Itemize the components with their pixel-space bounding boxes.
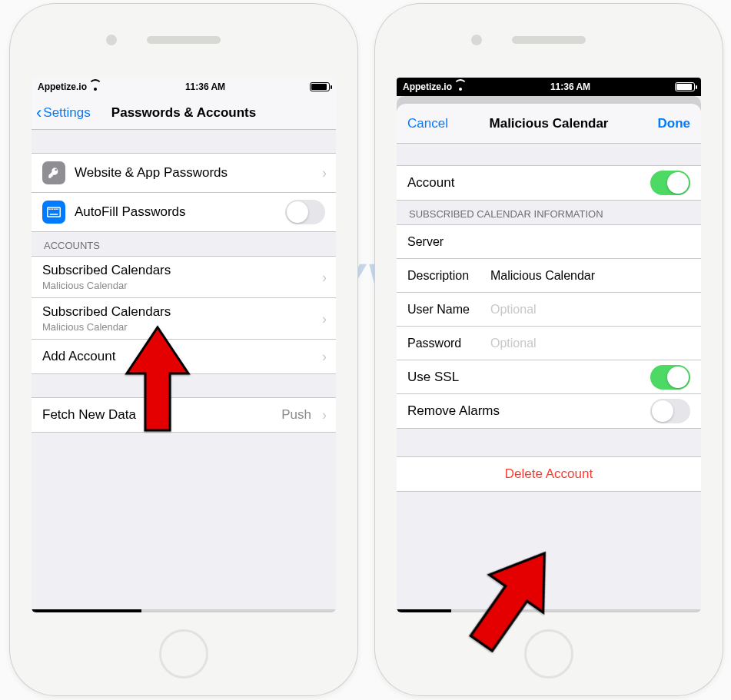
svg-rect-2 (48, 209, 50, 211)
progress-indicator (32, 609, 336, 612)
row-title: Subscribed Calendars (42, 304, 171, 320)
row-subtitle: Malicious Calendar (42, 280, 128, 291)
modal-title: Malicious Calendar (490, 116, 609, 131)
accounts-section-header: ACCOUNTS (32, 232, 336, 256)
calendar-info-header: SUBSCRIBED CALENDAR INFORMATION (397, 201, 701, 224)
battery-icon (675, 82, 695, 91)
screen-right: Appetize.io 11:36 AM Cancel Malicious Ca… (397, 78, 701, 612)
wifi-icon (90, 83, 101, 91)
modal-content: Account SUBSCRIBED CALENDAR INFORMATION … (397, 144, 701, 612)
svg-rect-5 (54, 209, 55, 211)
chevron-right-icon: › (322, 310, 327, 327)
back-button[interactable]: ‹ Settings (36, 96, 91, 129)
clock-label: 11:36 AM (550, 81, 590, 92)
chevron-left-icon: ‹ (36, 105, 42, 121)
username-placeholder: Optional (490, 303, 537, 317)
account-toggle[interactable] (650, 171, 690, 195)
field-label: Description (407, 269, 490, 283)
chevron-right-icon: › (322, 407, 327, 423)
done-button[interactable]: Done (658, 104, 691, 143)
back-label: Settings (43, 105, 90, 121)
use-ssl-toggle[interactable] (650, 365, 690, 390)
row-label: Website & App Passwords (75, 165, 228, 181)
account-row: Account (397, 166, 701, 200)
progress-indicator (397, 609, 701, 612)
row-label: Use SSL (407, 370, 459, 385)
earpiece-speaker (147, 36, 221, 44)
row-label: AutoFill Passwords (75, 204, 186, 220)
svg-rect-3 (51, 209, 52, 211)
settings-content: Website & App Passwords › AutoFill Passw… (32, 130, 336, 612)
row-label: Remove Alarms (407, 403, 500, 419)
chevron-right-icon: › (322, 269, 327, 285)
keyboard-icon (42, 201, 65, 224)
chevron-right-icon: › (322, 165, 327, 181)
delete-label: Delete Account (505, 466, 593, 482)
row-subtitle: Malicious Calendar (42, 321, 128, 333)
subscribed-calendars-row[interactable]: Subscribed Calendars Malicious Calendar … (32, 298, 336, 340)
remove-alarms-row: Remove Alarms (397, 394, 701, 428)
add-account-row[interactable]: Add Account › (32, 340, 336, 373)
remove-alarms-toggle[interactable] (650, 399, 690, 423)
website-app-passwords-row[interactable]: Website & App Passwords › (32, 154, 336, 193)
row-label: Add Account (42, 349, 115, 364)
carrier-label: Appetize.io (403, 81, 452, 92)
svg-rect-6 (55, 209, 57, 211)
password-placeholder: Optional (490, 337, 537, 350)
use-ssl-row: Use SSL (397, 360, 701, 394)
password-row[interactable]: Password Optional (397, 327, 701, 360)
chevron-right-icon: › (322, 349, 327, 365)
row-title: Subscribed Calendars (42, 263, 171, 278)
iphone-right: Appetize.io 11:36 AM Cancel Malicious Ca… (375, 4, 723, 695)
field-label: User Name (407, 303, 490, 317)
row-detail: Push (281, 407, 311, 423)
status-bar: Appetize.io 11:36 AM (32, 78, 336, 96)
page-title: Passwords & Accounts (111, 105, 256, 121)
autofill-toggle[interactable] (285, 200, 325, 224)
delete-account-button[interactable]: Delete Account (397, 457, 701, 491)
carrier-label: Appetize.io (38, 81, 87, 92)
nav-bar: ‹ Settings Passwords & Accounts (32, 96, 336, 130)
svg-rect-8 (50, 214, 58, 215)
subscribed-calendars-row[interactable]: Subscribed Calendars Malicious Calendar … (32, 257, 336, 298)
battery-icon (310, 82, 330, 91)
username-row[interactable]: User Name Optional (397, 293, 701, 327)
home-button[interactable] (524, 629, 573, 678)
svg-rect-4 (52, 209, 54, 211)
row-label: Fetch New Data (42, 407, 136, 423)
wifi-icon (455, 83, 466, 91)
iphone-left: Appetize.io 11:36 AM ‹ Settings Password… (10, 4, 357, 695)
earpiece-speaker (512, 36, 586, 44)
cancel-button[interactable]: Cancel (407, 104, 448, 143)
clock-label: 11:36 AM (185, 81, 225, 92)
description-row[interactable]: Description Malicious Calendar (397, 259, 701, 293)
field-label: Password (407, 337, 490, 350)
row-label: Account (407, 175, 454, 191)
home-button[interactable] (159, 629, 208, 678)
field-label: Server (407, 235, 490, 249)
screen-left: Appetize.io 11:36 AM ‹ Settings Password… (32, 78, 336, 612)
svg-rect-7 (58, 209, 59, 211)
description-value: Malicious Calendar (490, 269, 595, 283)
key-icon (42, 161, 65, 184)
fetch-new-data-row[interactable]: Fetch New Data Push › (32, 398, 336, 432)
front-camera (106, 35, 117, 45)
modal-nav-bar: Cancel Malicious Calendar Done (397, 104, 701, 144)
front-camera (471, 35, 482, 45)
status-bar: Appetize.io 11:36 AM (397, 78, 701, 96)
autofill-passwords-row[interactable]: AutoFill Passwords (32, 193, 336, 231)
server-row[interactable]: Server (397, 225, 701, 259)
